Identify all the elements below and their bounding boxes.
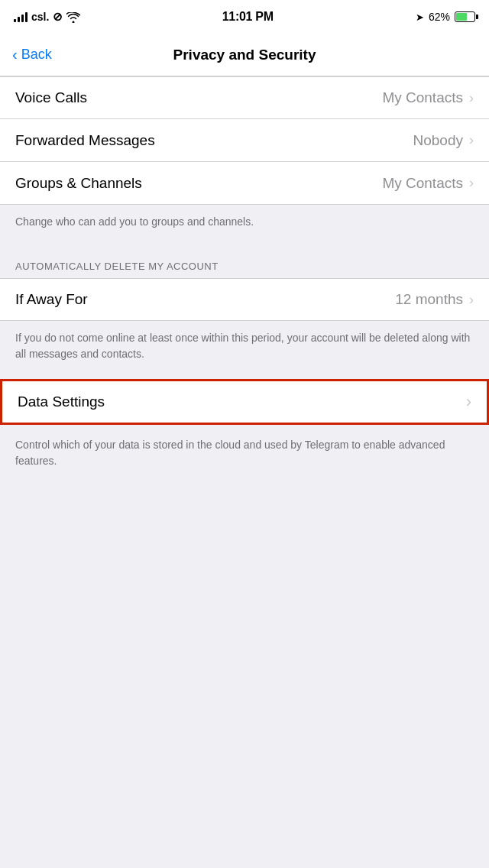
- data-settings-row[interactable]: Data Settings ›: [0, 379, 489, 425]
- location-icon: ➤: [416, 11, 424, 23]
- groups-channels-label: Groups & Channels: [15, 175, 142, 192]
- status-left: csl. ⊘: [14, 10, 80, 24]
- auto-delete-description: If you do not come online at least once …: [0, 321, 489, 376]
- data-settings-description: Control which of your data is stored in …: [0, 428, 489, 483]
- if-away-for-chevron-icon: ›: [469, 292, 474, 308]
- groups-channels-value-group: My Contacts ›: [382, 175, 474, 192]
- groups-channels-value: My Contacts: [382, 175, 463, 192]
- status-bar: csl. ⊘ 11:01 PM ➤ 62%: [0, 0, 489, 34]
- battery-percent: 62%: [429, 11, 450, 23]
- status-right: ➤ 62%: [416, 11, 475, 23]
- if-away-for-label: If Away For: [15, 291, 88, 308]
- carrier-label: csl.: [31, 11, 49, 23]
- if-away-for-value-group: 12 months ›: [395, 291, 474, 308]
- nav-header: ‹ Back Privacy and Security: [0, 34, 489, 76]
- wifi-icon: ⊘: [53, 10, 79, 24]
- if-away-for-value: 12 months: [395, 291, 463, 308]
- data-settings-chevron-icon: ›: [466, 392, 471, 412]
- data-settings-value-group: ›: [466, 392, 471, 412]
- forwarded-messages-row[interactable]: Forwarded Messages Nobody ›: [0, 119, 489, 162]
- forwarded-messages-value-group: Nobody ›: [413, 132, 474, 149]
- data-settings-label: Data Settings: [18, 394, 105, 410]
- status-time: 11:01 PM: [222, 10, 274, 24]
- voice-calls-row[interactable]: Voice Calls My Contacts ›: [0, 76, 489, 119]
- voice-calls-chevron-icon: ›: [469, 90, 474, 106]
- groups-description: Change who can add you to groups and cha…: [0, 205, 489, 244]
- groups-channels-chevron-icon: ›: [469, 175, 474, 191]
- if-away-for-row[interactable]: If Away For 12 months ›: [0, 278, 489, 321]
- battery-fill: [456, 13, 467, 21]
- forwarded-messages-label: Forwarded Messages: [15, 132, 155, 149]
- battery-icon: [455, 11, 475, 22]
- groups-channels-row[interactable]: Groups & Channels My Contacts ›: [0, 162, 489, 205]
- auto-delete-section-header: AUTOMATICALLY DELETE MY ACCOUNT: [0, 244, 489, 278]
- forwarded-messages-chevron-icon: ›: [469, 132, 474, 148]
- voice-calls-value: My Contacts: [382, 89, 463, 106]
- forwarded-messages-value: Nobody: [413, 132, 464, 149]
- page-title: Privacy and Security: [12, 47, 477, 63]
- signal-bars-icon: [14, 11, 28, 22]
- voice-calls-value-group: My Contacts ›: [382, 89, 474, 106]
- voice-calls-label: Voice Calls: [15, 89, 87, 106]
